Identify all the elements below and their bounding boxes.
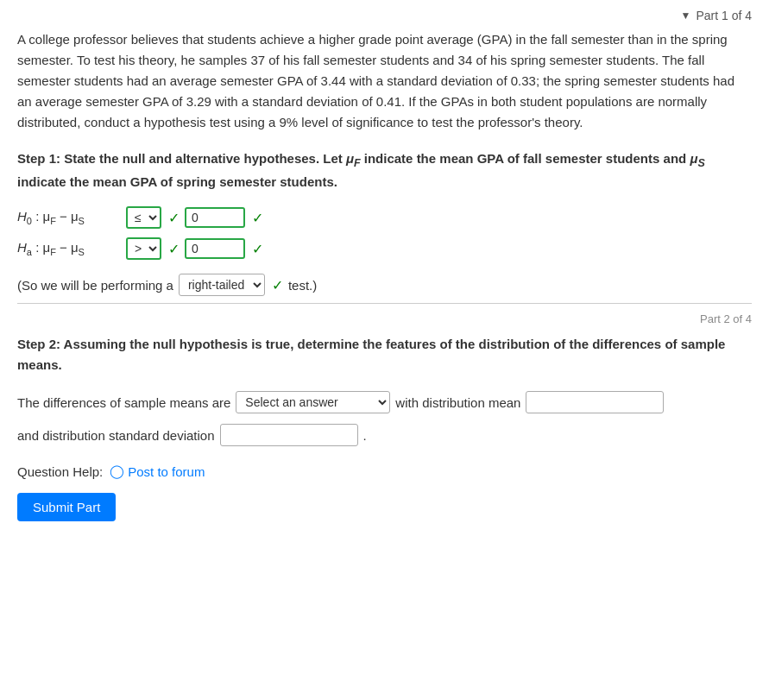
forum-icon: ◯ xyxy=(110,464,124,479)
so-we-prefix: (So we will be performing a xyxy=(17,278,173,293)
forum-link-text: Post to forum xyxy=(128,464,205,479)
mu-f-var: μF xyxy=(346,151,361,166)
dist-mid: with distribution mean xyxy=(395,395,520,410)
h0-value-input[interactable] xyxy=(185,207,245,228)
part2-label: Part 2 of 4 xyxy=(700,312,752,325)
part2-header: Part 2 of 4 xyxy=(17,312,752,325)
std-dev-suffix: . xyxy=(363,428,367,443)
ha-row: Ha : μF − μS ≤ ≥ = < > ≠ ✓ ✓ xyxy=(17,237,752,260)
distribution-std-dev-input[interactable] xyxy=(220,424,358,446)
step2-heading-text: Step 2: Assuming the null hypothesis is … xyxy=(17,337,725,372)
distribution-mean-input[interactable] xyxy=(526,391,664,413)
distribution-row: The differences of sample means are Sele… xyxy=(17,391,752,413)
mu-s-var: μS xyxy=(690,151,704,166)
ha-operator-select[interactable]: ≤ ≥ = < > ≠ xyxy=(126,237,161,260)
h0-operator-select[interactable]: ≤ ≥ = < > ≠ xyxy=(126,206,161,229)
distribution-type-select[interactable]: Select an answer normally distributed no… xyxy=(236,391,390,413)
ha-value-input[interactable] xyxy=(185,238,245,259)
part2-divider xyxy=(17,303,752,304)
ha-value-check: ✓ xyxy=(252,241,263,257)
dist-prefix: The differences of sample means are xyxy=(17,395,230,410)
post-to-forum-link[interactable]: ◯ Post to forum xyxy=(110,464,205,479)
submit-part-button[interactable]: Submit Part xyxy=(17,493,116,521)
std-dev-row: and distribution standard deviation . xyxy=(17,424,752,446)
std-dev-prefix: and distribution standard deviation xyxy=(17,428,215,443)
part1-label: Part 1 of 4 xyxy=(696,9,752,22)
ha-label: Ha : μF − μS xyxy=(17,240,121,257)
question-help-label: Question Help: xyxy=(17,464,103,479)
so-we-suffix: test.) xyxy=(288,278,317,293)
problem-sentence: A college professor believes that studen… xyxy=(17,32,734,129)
problem-text: A college professor believes that studen… xyxy=(17,29,752,133)
collapse-icon[interactable]: ▼ xyxy=(681,9,691,22)
h0-row: H0 : μF − μS ≤ ≥ = < > ≠ ✓ ✓ xyxy=(17,206,752,229)
part1-header: ▼ Part 1 of 4 xyxy=(17,9,752,22)
h0-operator-check: ✓ xyxy=(168,210,180,226)
h0-value-check: ✓ xyxy=(252,210,263,226)
tail-check: ✓ xyxy=(272,277,283,293)
step1-heading: Step 1: State the null and alternative h… xyxy=(17,148,752,192)
ha-operator-check: ✓ xyxy=(168,241,180,257)
hypothesis-block: H0 : μF − μS ≤ ≥ = < > ≠ ✓ ✓ Ha : μF − μ… xyxy=(17,206,752,260)
submit-button-label: Submit Part xyxy=(33,500,100,514)
step2-heading: Step 2: Assuming the null hypothesis is … xyxy=(17,334,752,375)
question-help: Question Help: ◯ Post to forum xyxy=(17,464,752,479)
tail-type-select[interactable]: left-tailed right-tailed two-tailed xyxy=(179,274,265,296)
h0-label: H0 : μF − μS xyxy=(17,209,121,226)
tail-test-row: (So we will be performing a left-tailed … xyxy=(17,274,752,296)
